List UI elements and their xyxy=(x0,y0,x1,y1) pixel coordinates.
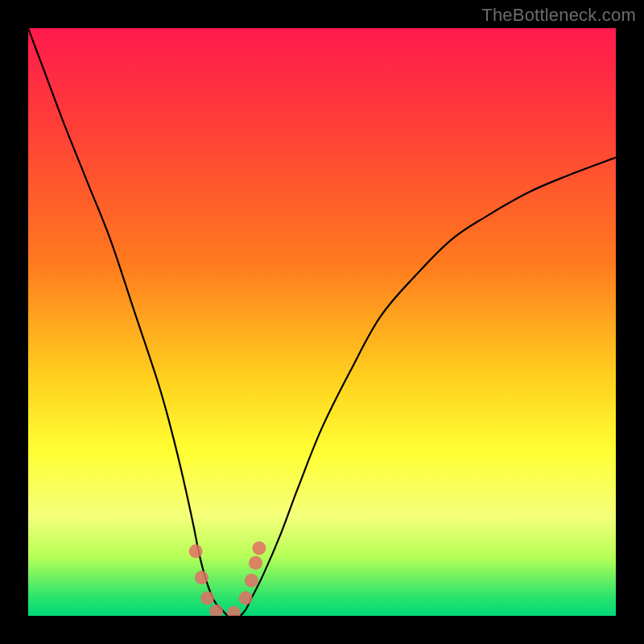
marker-dot xyxy=(209,605,223,616)
marker-dot xyxy=(189,544,203,558)
marker-dot xyxy=(249,556,262,570)
marker-dot xyxy=(227,606,241,616)
chart-frame: TheBottleneck.com xyxy=(0,0,644,644)
marker-dot xyxy=(245,574,258,588)
marker-dots xyxy=(189,542,266,616)
marker-dot xyxy=(195,571,208,584)
marker-dot xyxy=(252,542,266,555)
marker-dot xyxy=(239,592,253,605)
bottleneck-curve xyxy=(28,28,616,616)
curve-layer xyxy=(28,28,616,616)
marker-dot xyxy=(200,592,214,605)
watermark-label: TheBottleneck.com xyxy=(481,5,636,26)
plot-area xyxy=(28,28,616,616)
